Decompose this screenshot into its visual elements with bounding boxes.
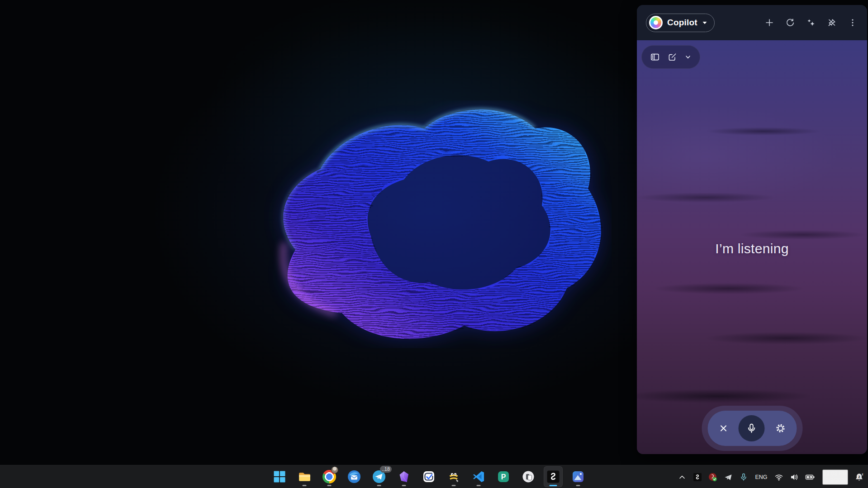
chrome-profile-avatar — [331, 466, 338, 474]
taskbar-app-bee[interactable] — [444, 466, 463, 487]
speaker-icon — [790, 473, 799, 482]
sparkles-button[interactable] — [806, 18, 816, 27]
taskbar-app-thunderbird[interactable] — [345, 466, 364, 487]
taskbar: ..18 — [0, 465, 868, 488]
new-conversation-button[interactable] — [667, 52, 677, 62]
photos-icon — [572, 470, 584, 483]
copilot-panel-header: Copilot — [637, 5, 867, 40]
copilot-panel: Copilot — [637, 5, 867, 454]
windows-start-icon — [274, 471, 285, 483]
chevron-down-icon — [702, 20, 707, 25]
svg-text:P: P — [501, 473, 506, 481]
wifi-icon[interactable] — [774, 468, 783, 486]
sidebar-panel-icon — [650, 52, 660, 62]
clock-date: 2/2/2026 — [823, 477, 847, 484]
microphone-in-use-icon[interactable] — [739, 468, 748, 486]
wifi-icon — [774, 473, 783, 482]
phone-link-icon — [522, 470, 535, 483]
listening-status-text: I’m listening — [637, 241, 867, 256]
paper-plane-icon — [724, 473, 733, 482]
svg-text:z: z — [862, 472, 863, 475]
mic-icon — [739, 473, 748, 482]
taskbar-apps: ..18 — [270, 466, 588, 487]
microphone-button[interactable] — [739, 415, 765, 441]
taskbar-start-button[interactable] — [270, 466, 289, 487]
obsidian-icon — [398, 470, 410, 483]
language-indicator[interactable]: ENG — [754, 468, 768, 486]
expand-menu-button[interactable] — [684, 53, 692, 61]
taskbar-app-photos[interactable] — [569, 466, 588, 487]
telegram-tray-icon[interactable] — [724, 468, 733, 486]
copilot-voice-view: I’m listening — [637, 40, 867, 454]
chevron-up-icon — [678, 473, 687, 482]
taskbar-app-phone-link[interactable] — [519, 466, 538, 487]
copilot-brand-label: Copilot — [667, 18, 697, 28]
vscode-icon — [472, 470, 485, 483]
voice-settings-button[interactable] — [775, 423, 786, 434]
copilot-logo-icon — [649, 16, 663, 29]
notifications-dnd-button[interactable]: z z — [854, 468, 864, 486]
panel-header-actions — [765, 18, 857, 27]
battery-icon[interactable] — [805, 468, 815, 486]
bell-dnd-icon: z z — [854, 472, 864, 482]
clock-time: 12:02 PM — [823, 470, 847, 477]
system-tray: ENG — [678, 465, 865, 488]
voice-controls — [702, 406, 802, 451]
gear-icon — [775, 423, 786, 434]
conversation-toolbar — [641, 45, 700, 69]
taskbar-app-sharex[interactable] — [544, 466, 563, 487]
taskbar-app-obsidian[interactable] — [394, 466, 413, 487]
green-p-app-icon: P — [497, 470, 510, 483]
file-explorer-icon — [298, 470, 311, 483]
bee-icon — [447, 470, 460, 483]
sharex-icon — [546, 470, 560, 483]
hidden-icons-chevron[interactable] — [678, 468, 687, 486]
chevron-down-icon — [684, 53, 692, 61]
taskbar-app-chrome[interactable] — [320, 466, 339, 487]
telegram-badge: ..18 — [380, 466, 392, 473]
close-icon — [718, 423, 728, 433]
refresh-button[interactable] — [786, 18, 795, 27]
svg-text:z: z — [858, 474, 860, 479]
copilot-brand-button[interactable]: Copilot — [646, 14, 715, 32]
close-voice-button[interactable] — [718, 423, 728, 433]
refresh-icon — [786, 18, 795, 27]
taskbar-clock[interactable]: 12:02 PM 2/2/2026 — [822, 469, 848, 485]
volume-icon[interactable] — [790, 468, 799, 486]
unpin-button[interactable] — [827, 18, 836, 27]
antivirus-icon — [708, 473, 717, 482]
taskbar-app-file-explorer[interactable] — [295, 466, 314, 487]
toggle-sidebar-button[interactable] — [650, 52, 660, 62]
plus-icon — [765, 18, 774, 27]
taskbar-app-p[interactable]: P — [494, 466, 513, 487]
wallpaper-abstract-torus — [252, 100, 612, 348]
voice-controls-pill — [707, 411, 797, 446]
microphone-icon — [746, 422, 758, 434]
more-options-button[interactable] — [848, 18, 857, 27]
taskbar-app-telegram[interactable]: ..18 — [370, 466, 389, 487]
security-tray-icon[interactable] — [708, 468, 717, 486]
taskbar-app-ticktick[interactable] — [419, 466, 438, 487]
sparkles-icon — [806, 18, 816, 27]
sharex-icon — [693, 473, 702, 482]
thunderbird-icon — [347, 470, 361, 483]
new-chat-button[interactable] — [765, 18, 774, 27]
ticktick-icon — [422, 470, 435, 483]
desktop: Copilot — [0, 0, 868, 488]
unpin-icon — [827, 18, 836, 27]
taskbar-app-vscode[interactable] — [469, 466, 488, 487]
kebab-menu-icon — [848, 18, 857, 27]
sharex-tray-icon[interactable] — [693, 468, 702, 486]
compose-icon — [667, 52, 677, 62]
battery-charging-icon — [805, 473, 815, 482]
